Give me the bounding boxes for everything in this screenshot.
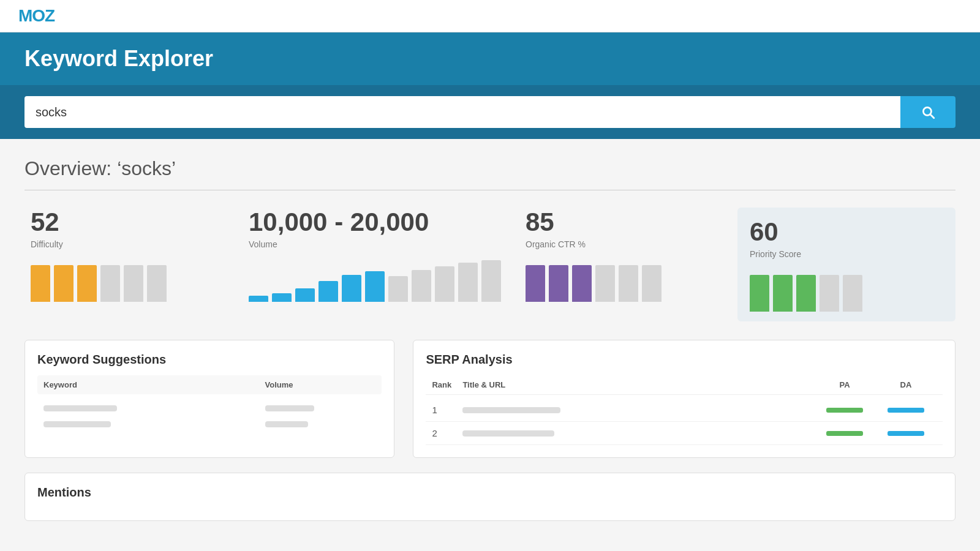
bar [549, 265, 568, 302]
bar [481, 260, 501, 302]
ctr-value: 85 [526, 208, 719, 237]
bar [642, 265, 662, 302]
col-keyword-header: Keyword [43, 380, 265, 389]
bar [342, 275, 361, 302]
divider [24, 190, 956, 190]
bar [77, 265, 97, 302]
bar [595, 265, 615, 302]
top-nav: MOZ [0, 0, 980, 32]
overview-title: Overview: ‘socks’ [24, 157, 956, 180]
search-button[interactable] [900, 96, 956, 128]
da-cell [875, 408, 937, 413]
bar [526, 265, 545, 302]
difficulty-label: Difficulty [31, 239, 224, 249]
bar [365, 271, 385, 302]
bar [843, 275, 862, 312]
volume-value: 10,000 - 20,000 [249, 208, 501, 237]
bar [31, 265, 50, 302]
col-pa-header: PA [814, 380, 875, 389]
placeholder-line [462, 407, 560, 413]
ctr-chart [526, 259, 719, 302]
bar [100, 265, 120, 302]
rank-cell: 1 [432, 405, 462, 415]
search-icon [920, 104, 936, 120]
rank-cell: 2 [432, 428, 462, 438]
keyword-cell [43, 405, 265, 411]
title-cell [462, 430, 814, 437]
main-content: Overview: ‘socks’ 52 Difficulty 10,000 -… [0, 139, 980, 551]
da-cell [875, 431, 937, 436]
pa-cell [814, 408, 875, 413]
bar [750, 275, 769, 312]
keyword-suggestion-row [37, 416, 382, 432]
pa-bar [826, 408, 863, 413]
panels-row: Keyword Suggestions Keyword Volume [24, 340, 956, 458]
serp-row: 2 [426, 422, 943, 445]
bar [773, 275, 793, 312]
bar [272, 293, 292, 302]
placeholder-line [43, 405, 117, 411]
da-bar [888, 431, 924, 436]
keyword-suggestions-title: Keyword Suggestions [37, 353, 382, 367]
volume-label: Volume [249, 239, 501, 249]
bar [318, 281, 338, 302]
bar [147, 265, 167, 302]
bar [124, 265, 143, 302]
bar [572, 265, 592, 302]
priority-value: 60 [750, 217, 943, 247]
priority-label: Priority Score [750, 249, 943, 259]
bar [249, 296, 268, 302]
serp-table-header: Rank Title & URL PA DA [426, 375, 943, 395]
placeholder-line [265, 405, 314, 411]
ctr-label: Organic CTR % [526, 239, 719, 249]
placeholder-line [265, 421, 308, 427]
page-title: Keyword Explorer [24, 46, 956, 72]
priority-chart [750, 269, 943, 312]
pa-bar [826, 431, 863, 436]
bar [619, 265, 638, 302]
priority-card: 60 Priority Score [737, 208, 956, 321]
col-title-header: Title & URL [462, 380, 814, 389]
col-volume-header: Volume [265, 380, 376, 389]
difficulty-card: 52 Difficulty [24, 208, 243, 302]
ctr-card: 85 Organic CTR % [519, 208, 737, 302]
bar [820, 275, 839, 312]
placeholder-line [43, 421, 111, 427]
header-banner: Keyword Explorer [0, 32, 980, 85]
volume-cell [265, 405, 376, 411]
volume-chart [249, 259, 501, 302]
moz-logo: MOZ [18, 6, 55, 26]
bar [295, 288, 315, 302]
keyword-cell [43, 421, 265, 427]
col-rank-header: Rank [432, 380, 462, 389]
search-area [0, 85, 980, 139]
serp-analysis-title: SERP Analysis [426, 353, 943, 367]
col-da-header: DA [875, 380, 937, 389]
volume-card: 10,000 - 20,000 Volume [243, 208, 519, 302]
bar [54, 265, 74, 302]
search-input[interactable] [24, 96, 900, 128]
da-bar [888, 408, 924, 413]
placeholder-line [462, 430, 554, 437]
keyword-suggestions-panel: Keyword Suggestions Keyword Volume [24, 340, 394, 458]
serp-row: 1 [426, 399, 943, 422]
bar [388, 276, 408, 302]
keyword-suggestions-header: Keyword Volume [37, 375, 382, 394]
title-cell [462, 407, 814, 413]
keyword-suggestion-row [37, 400, 382, 416]
pa-cell [814, 431, 875, 436]
bar [412, 270, 431, 302]
bar [796, 275, 816, 312]
serp-analysis-panel: SERP Analysis Rank Title & URL PA DA 1 [413, 340, 956, 458]
mentions-panel: Mentions [24, 473, 956, 521]
bar [458, 263, 478, 302]
difficulty-value: 52 [31, 208, 224, 237]
difficulty-chart [31, 259, 224, 302]
metrics-row: 52 Difficulty 10,000 - 20,000 Volume [24, 208, 956, 321]
volume-cell [265, 421, 376, 427]
mentions-title: Mentions [37, 485, 943, 500]
bar [435, 266, 454, 302]
